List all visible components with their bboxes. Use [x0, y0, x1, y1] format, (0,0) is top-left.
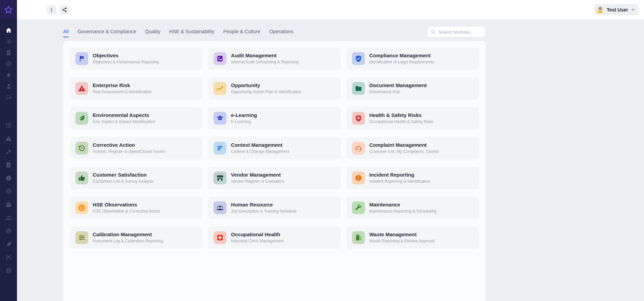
module-title: Corrective Action: [93, 142, 165, 148]
module-title: Complaint Management: [369, 142, 439, 148]
module-subtitle: Actions, Register & Open/Closed Issues: [93, 149, 165, 154]
module-card-corrective-action[interactable]: Corrective Action Actions, Register & Op…: [70, 137, 202, 159]
module-subtitle: Instrument Log & Calibration Reporting: [93, 239, 163, 243]
sidebar-item-incident[interactable]: [5, 175, 12, 181]
share-nodes-button[interactable]: [60, 5, 69, 15]
module-subtitle: Customers List & Survey Analysis: [93, 179, 153, 184]
edit-icon: [5, 122, 12, 128]
logout-icon: [5, 94, 12, 101]
kebab-menu-button[interactable]: [47, 5, 56, 15]
module-card-vendor-management[interactable]: Vendor Management Vendor Register & Eval…: [208, 167, 341, 189]
module-card-compliance-management[interactable]: Compliance Management Identification of …: [347, 47, 479, 70]
module-subtitle: Identification of Legal Requirements: [369, 60, 434, 64]
sidebar-item-web[interactable]: [5, 267, 12, 274]
module-card-incident-reporting[interactable]: Incident Reporting Incident Reporting & …: [347, 167, 479, 189]
module-card-calibration-management[interactable]: Calibration Management Instrument Log & …: [70, 226, 202, 249]
sidebar-item-document[interactable]: [5, 161, 12, 168]
shield-plus-icon: [352, 112, 365, 125]
sidebar-item-edit[interactable]: [5, 122, 12, 128]
module-card-document-management[interactable]: Document Management Governance Hub: [347, 77, 479, 100]
module-subtitle: Objectives & Performance Reporting: [93, 60, 159, 64]
module-title: Enterprise Risk: [93, 82, 151, 88]
module-subtitle: HSE Observation & Corrective Action: [93, 209, 160, 214]
clipboard-check-icon: [214, 52, 226, 65]
module-card-e-learning[interactable]: e-Learning E-Learning: [208, 107, 341, 129]
module-card-audit-management[interactable]: Audit Management Internal Audit Scheduli…: [208, 47, 341, 70]
sidebar-item-objective[interactable]: [5, 188, 12, 195]
search-input[interactable]: [438, 29, 482, 35]
user-menu-button[interactable]: Test User: [594, 4, 639, 15]
tab-operations[interactable]: Operations: [269, 27, 293, 37]
tab-people-culture[interactable]: People & Culture: [223, 27, 261, 37]
sidebar-item-hr[interactable]: [5, 214, 12, 221]
avatar: [596, 6, 604, 14]
module-title: Vendor Management: [231, 172, 284, 178]
file-plus-icon: [5, 162, 12, 168]
tab-governance-compliance[interactable]: Governance & Compliance: [77, 27, 136, 37]
module-card-health-safety-risks[interactable]: Health & Safety Risks Occupational Healt…: [347, 107, 479, 129]
sidebar-item-audit[interactable]: [5, 148, 12, 155]
module-title: Objectives: [93, 53, 159, 59]
module-title: Incident Reporting: [369, 172, 430, 178]
sidebar-item-target[interactable]: [5, 60, 12, 67]
sidebar-item-logout[interactable]: [5, 94, 12, 101]
target-icon: [5, 188, 12, 195]
sidebar-item-home[interactable]: [5, 27, 12, 34]
warning-triangle-icon: [5, 135, 12, 142]
module-title: Document Management: [369, 82, 427, 88]
module-title: Environmental Aspects: [93, 112, 155, 118]
filter-toolbar: AllGovernance & ComplianceQualityHSE & S…: [63, 19, 486, 40]
folder-icon: [352, 82, 365, 95]
headset-icon: [352, 142, 365, 155]
users-icon: [5, 215, 12, 221]
sidebar-secondary-nav: [0, 114, 17, 280]
sidebar-item-environment[interactable]: [5, 241, 12, 247]
module-title: e-Learning: [231, 112, 257, 118]
module-subtitle: Job Description & Training Schedule: [231, 209, 296, 214]
module-card-environmental-aspects[interactable]: Environmental Aspects Env. Aspect & Impa…: [70, 107, 202, 129]
tab-quality[interactable]: Quality: [145, 27, 160, 37]
wrench-icon: [352, 201, 365, 214]
star-outline-icon: [4, 5, 13, 15]
sidebar-item-observation[interactable]: [5, 227, 12, 234]
module-card-context-management[interactable]: Context Management Context & Change Mana…: [208, 137, 341, 159]
module-card-objectives[interactable]: Objectives Objectives & Performance Repo…: [70, 47, 202, 70]
settings-icon: [5, 38, 12, 45]
sidebar-primary-nav: [0, 19, 17, 105]
module-card-waste-management[interactable]: Waste Management Waste Reporting & Revie…: [347, 226, 479, 249]
tab-hse-sustainability[interactable]: HSE & Sustainability: [169, 27, 215, 37]
sidebar-item-context[interactable]: [5, 254, 12, 261]
module-card-occupational-health[interactable]: Occupational Health Industrial Clinic Ma…: [208, 226, 341, 249]
tab-all[interactable]: All: [63, 27, 69, 37]
module-card-enterprise-risk[interactable]: Enterprise Risk Risk Assessment & Identi…: [70, 77, 202, 100]
module-card-human-resource[interactable]: Human Resource Job Description & Trainin…: [208, 197, 341, 219]
module-subtitle: Opportunity Action Plan & Identification: [231, 89, 301, 94]
home-icon: [5, 27, 12, 34]
module-card-maintenance[interactable]: Maintenance Maintenance Reporting & Sche…: [347, 197, 479, 219]
topbar-buttons: [47, 5, 69, 15]
sidebar-item-favorites[interactable]: [5, 72, 12, 78]
sidebar-item-vendor[interactable]: [5, 201, 12, 208]
sidebar-item-clipboard[interactable]: [5, 49, 12, 56]
sidebar-item-settings[interactable]: [5, 38, 12, 45]
module-card-hse-observations[interactable]: HSE Observations HSE Observation & Corre…: [70, 197, 202, 219]
sidebar: [0, 0, 17, 301]
module-subtitle: Vendor Register & Evaluation: [231, 179, 284, 184]
module-card-complaint-management[interactable]: Complaint Management Customer List, My C…: [347, 137, 479, 159]
module-title: Occupational Health: [231, 232, 283, 238]
user-icon: [5, 83, 12, 89]
trending-up-icon: [214, 82, 226, 95]
sidebar-item-risk[interactable]: [5, 135, 12, 142]
topbar: Test User: [17, 0, 644, 19]
app-logo[interactable]: [0, 0, 17, 19]
module-card-opportunity[interactable]: Opportunity Opportunity Action Plan & Id…: [208, 77, 341, 100]
sidebar-item-profile[interactable]: [5, 83, 12, 89]
module-subtitle: Occupational Health & Safety Risks: [369, 119, 434, 124]
module-title: Waste Management: [369, 232, 435, 238]
hammer-icon: [5, 148, 12, 155]
warning-triangle-icon: [75, 82, 88, 95]
chevron-down-icon: [631, 7, 635, 12]
module-title: Customer Satisfaction: [93, 172, 153, 178]
module-title: Maintenance: [369, 202, 437, 208]
module-card-customer-satisfaction[interactable]: Customer Satisfaction Customers List & S…: [70, 167, 202, 189]
